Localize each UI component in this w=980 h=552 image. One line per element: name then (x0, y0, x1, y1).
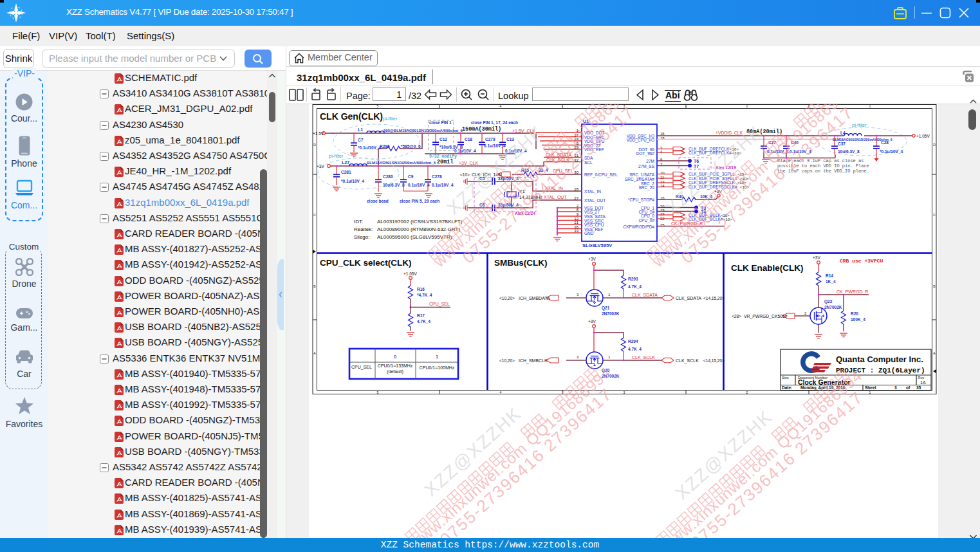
svg-text:GND: GND (584, 231, 594, 235)
svg-text:L27: L27 (342, 160, 349, 165)
svg-text:2: 2 (746, 391, 748, 394)
svg-text:1K_4: 1K_4 (826, 279, 836, 284)
svg-text:0: 0 (394, 354, 396, 360)
svg-text:4.7K_4: 4.7K_4 (628, 347, 642, 351)
svg-text:XTAL_OUT: XTAL_OUT (584, 198, 606, 203)
svg-text:3: 3 (624, 391, 625, 394)
svg-text:Quanta Computer Inc.: Quanta Computer Inc. (836, 354, 923, 364)
svg-text:VR_PWRGD_CK505#: VR_PWRGD_CK505# (744, 314, 788, 319)
svg-text:33: 33 (574, 229, 578, 233)
svg-text:2: 2 (746, 104, 748, 108)
svg-text:pi-filter: pi-filter (329, 153, 344, 159)
svg-text:B: B (933, 284, 936, 288)
svg-text:CLK_SCLK: CLK_SCLK (676, 358, 699, 363)
svg-text:Date:: Date: (782, 385, 792, 390)
svg-text:*0.1u/10V_4: *0.1u/10V_4 (341, 179, 365, 183)
svg-text:+3V: +3V (317, 164, 324, 169)
svg-text:C280: C280 (383, 174, 393, 179)
svg-text:+3V: +3V (813, 255, 820, 260)
svg-text:REF_0/CPU_SEL: REF_0/CPU_SEL (584, 172, 618, 178)
svg-text:CLK_SDATA: CLK_SDATA (676, 296, 701, 301)
svg-text:Q22: Q22 (824, 299, 833, 304)
svg-text:C9: C9 (408, 174, 414, 179)
svg-text:+1.05V: +1.05V (916, 134, 930, 138)
svg-text:Rev: Rev (918, 376, 925, 380)
svg-text:150mA(30mil): 150mA(30mil) (462, 126, 501, 133)
svg-text:R14: R14 (826, 273, 833, 278)
svg-text:CKPWRGD/PD#: CKPWRGD/PD# (624, 225, 655, 229)
svg-text:100K_4: 100K_4 (851, 317, 865, 322)
svg-text:<14,15,20>: <14,15,20> (703, 358, 725, 363)
svg-text:+3V: +3V (588, 257, 596, 261)
svg-text:Q21: Q21 (602, 306, 610, 311)
svg-text:*CPU_STOP#: *CPU_STOP# (628, 198, 654, 203)
svg-text:C279: C279 (485, 137, 495, 142)
svg-text:R16: R16 (417, 287, 425, 291)
svg-text:IDT:: IDT: (354, 219, 363, 225)
svg-text:12: 12 (574, 217, 578, 221)
svg-text:R17: R17 (417, 313, 425, 318)
svg-text:3: 3 (577, 355, 579, 359)
svg-text:0.1u/10V_4: 0.1u/10V_4 (454, 149, 476, 153)
svg-text:XTAL_IN: XTAL_IN (584, 189, 601, 194)
svg-text:595@BLM18AG601SN1D/200mA/600oh: 595@BLM18AG601SN1D/200mA/600ohm_6 (384, 129, 463, 133)
svg-text:0.1u/10V_4: 0.1u/10V_4 (484, 143, 506, 148)
svg-text:AL000595000 (SLG8LV595VTR): AL000595000 (SLG8LV595VTR) (377, 234, 452, 240)
svg-text:DOT_96#: DOT_96# (636, 151, 655, 156)
svg-text:of: of (906, 385, 911, 390)
svg-text:A: A (933, 351, 936, 355)
svg-text:CPU0/1=100MHz: CPU0/1=100MHz (420, 365, 455, 370)
svg-text:AL000890000 (RTM890N-632-GRT): AL000890000 (RTM890N-632-GRT) (377, 226, 460, 232)
svg-text:CRB use +3VPCU: CRB use +3VPCU (840, 258, 883, 264)
svg-text:CLK Enable(CLK): CLK Enable(CLK) (731, 263, 804, 273)
svg-text:8: 8 (577, 208, 579, 212)
svg-text:27M: 27M (646, 159, 654, 163)
svg-text:T7: T7 (694, 164, 699, 169)
svg-text:<10,20>: <10,20> (499, 296, 515, 300)
svg-text:23: 23 (660, 212, 665, 216)
svg-text:1A: 1A (920, 380, 926, 385)
svg-text:2N7002K: 2N7002K (602, 311, 620, 316)
svg-text:SMBus(CLK): SMBus(CLK) (494, 258, 548, 268)
svg-text:D: D (933, 143, 936, 147)
svg-text:<10>: <10> (460, 172, 470, 177)
svg-text:Realtek:: Realtek: (354, 226, 373, 232)
svg-text:SRC_2#: SRC_2# (638, 185, 654, 190)
svg-text:+3V: +3V (588, 319, 596, 324)
svg-text:CLK_SDATA: CLK_SDATA (632, 293, 658, 298)
svg-text:C28: C28 (881, 140, 889, 145)
svg-text:R20: R20 (851, 311, 858, 316)
svg-text:+3V_CLK: +3V_CLK (459, 161, 478, 166)
svg-text:20mil: 20mil (437, 159, 454, 165)
svg-text:26: 26 (574, 225, 578, 229)
svg-text:ICH_SMBDATA: ICH_SMBDATA (519, 296, 550, 301)
svg-text:L1: L1 (358, 127, 363, 132)
svg-text:CPU_SEL: CPU_SEL (429, 302, 450, 307)
svg-text:B: B (313, 284, 316, 288)
svg-text:CLK_SCLK: CLK_SCLK (632, 355, 655, 360)
svg-text:close PIN 1, 17, 24 each: close PIN 1, 17, 24 each (471, 120, 518, 125)
svg-text:D: D (313, 143, 316, 147)
svg-text:CPU_SEL: CPU_SEL (351, 365, 372, 370)
svg-text:4: 4 (500, 104, 502, 108)
svg-text:2N7002K: 2N7002K (824, 305, 842, 309)
svg-text:4.7K_4: 4.7K_4 (417, 319, 430, 324)
svg-text:AL003197002 (ICS9LVS3197BKLFT): AL003197002 (ICS9LVS3197BKLFT) (377, 219, 463, 225)
svg-text:C18: C18 (465, 137, 472, 142)
svg-text:ICH_SMBCLK: ICH_SMBCLK (519, 358, 548, 363)
svg-text:1: 1 (869, 104, 871, 108)
svg-text:(default): (default) (387, 369, 403, 374)
svg-text:28: 28 (574, 187, 578, 191)
svg-text:0.1u/10V_4: 0.1u/10V_4 (408, 183, 430, 187)
svg-text:3: 3 (894, 385, 897, 390)
svg-text:R293: R293 (628, 277, 638, 281)
svg-text:R294: R294 (628, 339, 638, 344)
svg-text:9: 9 (577, 212, 579, 216)
svg-text:2: 2 (804, 311, 807, 315)
svg-text:CK_PWRGD_R: CK_PWRGD_R (837, 290, 868, 295)
svg-text:CPU_CLK select(CLK): CPU_CLK select(CLK) (320, 258, 412, 268)
svg-text:4.7K_4: 4.7K_4 (628, 284, 642, 289)
svg-text:11: 11 (660, 176, 665, 179)
svg-text:15: 15 (660, 132, 665, 136)
svg-text:<14,15,20>: <14,15,20> (703, 296, 725, 300)
